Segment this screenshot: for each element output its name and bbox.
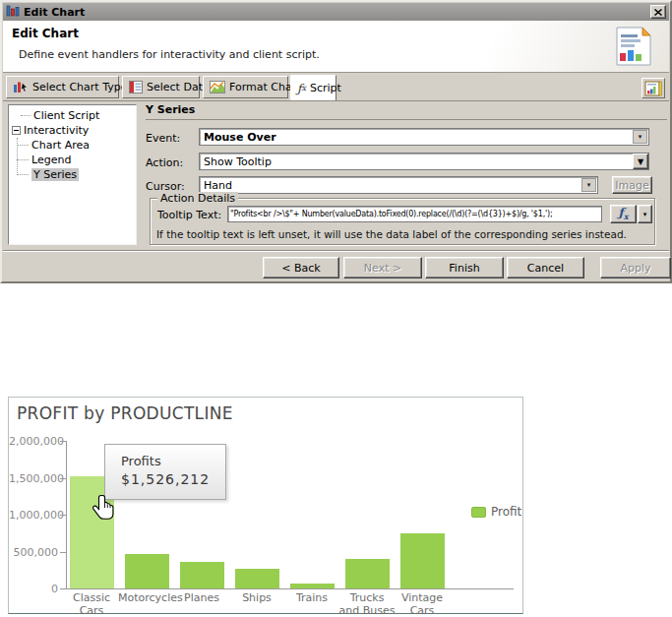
cursor-combobox[interactable]: Hand ▾ — [199, 176, 598, 194]
tree-item-chart-area[interactable]: Chart Area — [9, 138, 136, 153]
bar-chart-app-icon — [6, 3, 20, 22]
cancel-button[interactable]: Cancel — [507, 257, 584, 278]
tree-item-client-script[interactable]: Client Script — [9, 108, 136, 123]
close-icon — [654, 9, 662, 16]
edit-chart-dialog: Edit Chart Edit Chart Define event handl… — [0, 0, 672, 283]
script-tree-panel: Client Script Interactivity Chart Area L… — [8, 104, 137, 245]
event-combobox[interactable]: Mouse Over ▾ — [199, 128, 649, 146]
hand-cursor-icon — [92, 494, 116, 525]
expression-builder-dropdown[interactable]: ▾ — [638, 205, 652, 223]
tree-item-interactivity[interactable]: Interactivity — [9, 123, 136, 138]
tab-label: Script — [310, 82, 341, 94]
window-title: Edit Chart — [24, 6, 85, 19]
tooltip-text-input[interactable] — [227, 206, 602, 222]
collapse-toggle-icon[interactable] — [12, 126, 21, 135]
format-chart-icon — [210, 81, 225, 93]
preview-report-button[interactable] — [641, 78, 665, 98]
image-button[interactable]: Image — [612, 176, 652, 194]
tab-separator — [3, 100, 669, 101]
preview-report-icon — [644, 81, 662, 96]
x-axis-labels: Classic CarsMotorcyclesPlanesShipsTrains… — [9, 398, 522, 613]
legend: Profit — [471, 505, 521, 519]
x-label-ships: Ships — [228, 591, 285, 604]
x-label-classic-cars: Classic Cars — [63, 591, 120, 617]
chart-tooltip: Profits $1,526,212 — [104, 444, 226, 500]
data-table-icon — [129, 81, 143, 93]
tree-item-y-series[interactable]: Y Series — [9, 167, 136, 182]
page-subtitle: Define event handlers for interactivity … — [19, 48, 320, 61]
page-title: Edit Chart — [12, 27, 79, 40]
x-label-motorcycles: Motorcycles — [118, 591, 175, 604]
dialog-header: Edit Chart Define event handlers for int… — [3, 21, 669, 73]
legend-swatch — [471, 507, 486, 518]
x-label-trucks-and-buses: Trucks and Buses — [338, 591, 396, 617]
titlebar[interactable]: Edit Chart — [3, 3, 669, 21]
chevron-down-icon[interactable]: ▾ — [633, 130, 647, 144]
chart-type-icon — [13, 81, 29, 93]
tab-label: Select Chart Type — [32, 81, 127, 93]
tab-select-chart-type[interactable]: Select Chart Type — [6, 76, 119, 98]
tree-item-legend[interactable]: Legend — [9, 153, 136, 167]
screen: Edit Chart Edit Chart Define event handl… — [0, 0, 672, 617]
x-label-planes: Planes — [173, 591, 230, 604]
finish-button[interactable]: Finish — [425, 257, 504, 278]
x-label-trains: Trains — [283, 591, 340, 604]
button-row-separator — [3, 250, 669, 252]
action-combobox[interactable]: Show Tooltip ▼ — [199, 153, 649, 170]
tooltip-hint-text: If the tooltip text is left unset, it wi… — [156, 228, 648, 240]
back-button[interactable]: < Back — [263, 257, 339, 278]
tooltip-text-label: Tooltip Text: — [157, 209, 221, 221]
apply-button[interactable]: Apply — [600, 257, 671, 278]
close-button[interactable] — [650, 5, 666, 19]
tab-script[interactable]: ƒx Script — [290, 75, 336, 100]
report-document-icon — [614, 25, 653, 72]
selected-tree-label: Y Series — [31, 168, 79, 181]
heading-rule — [146, 119, 667, 120]
tab-select-data[interactable]: Select Data — [122, 76, 200, 98]
chevron-down-icon: ▾ — [643, 211, 647, 218]
chevron-down-icon[interactable]: ▼ — [633, 154, 648, 169]
panel-heading: Y Series — [146, 103, 195, 116]
groupbox-label: Action Details — [157, 192, 238, 205]
action-label: Action: — [146, 156, 183, 169]
event-label: Event: — [146, 132, 180, 145]
x-label-vintage-cars: Vintage Cars — [394, 591, 451, 617]
tooltip-series-name: Profits — [121, 454, 225, 468]
tab-label: Select Data — [147, 81, 210, 93]
chart-preview-panel: PROFIT by PRODUCTLINE 2,000,0001,500,000… — [8, 397, 523, 614]
tooltip-value: $1,526,212 — [121, 471, 225, 487]
fx-script-icon: ƒx — [297, 82, 306, 95]
legend-label: Profit — [491, 505, 521, 519]
expression-builder-button[interactable]: ƒx — [610, 205, 637, 223]
next-button[interactable]: Next > — [343, 257, 422, 278]
tab-bar: Select Chart Type Select Data — [3, 73, 669, 100]
chevron-down-icon[interactable]: ▾ — [581, 178, 596, 192]
tab-format-chart[interactable]: Format Chart — [203, 76, 288, 98]
action-details-groupbox: Action Details Tooltip Text: ƒx ▾ If the… — [150, 198, 655, 245]
fx-icon: ƒx — [619, 206, 629, 221]
